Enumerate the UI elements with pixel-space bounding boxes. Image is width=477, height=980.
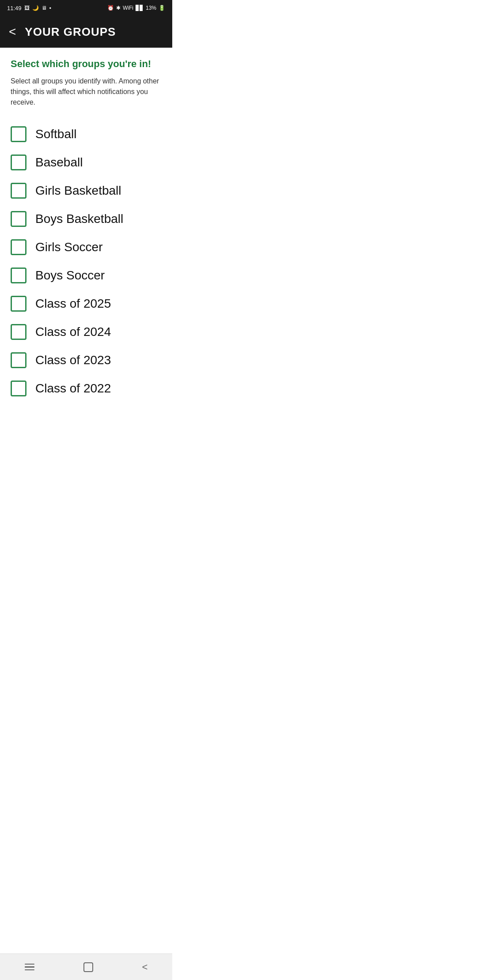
group-item-class-2024[interactable]: Class of 2024 xyxy=(11,318,162,346)
group-label-class-2022: Class of 2022 xyxy=(35,381,111,396)
checkbox-class-2023[interactable] xyxy=(11,352,26,368)
checkbox-girls-soccer[interactable] xyxy=(11,239,26,255)
content-area: Select which groups you're in! Select al… xyxy=(0,48,172,420)
group-item-baseball[interactable]: Baseball xyxy=(11,148,162,177)
group-label-boys-soccer: Boys Soccer xyxy=(35,268,105,283)
group-item-softball[interactable]: Softball xyxy=(11,120,162,148)
bluetooth-icon: ✱ xyxy=(116,5,121,11)
group-label-softball: Softball xyxy=(35,127,76,141)
battery-display: 13% xyxy=(146,5,156,11)
screen-icon: 🖥 xyxy=(42,5,47,11)
checkbox-class-2024[interactable] xyxy=(11,324,26,340)
alarm-icon: ⏰ xyxy=(107,5,114,11)
status-bar: 11:49 🖼 🌙 🖥 • ⏰ ✱ WiFi ▊▊ 13% 🔋 xyxy=(0,0,172,16)
battery-icon: 🔋 xyxy=(159,5,165,11)
group-item-class-2025[interactable]: Class of 2025 xyxy=(11,290,162,318)
group-label-class-2025: Class of 2025 xyxy=(35,297,111,311)
dot-indicator: • xyxy=(49,5,52,11)
group-label-class-2023: Class of 2023 xyxy=(35,353,111,367)
checkbox-boys-soccer[interactable] xyxy=(11,268,26,283)
wifi-icon: WiFi xyxy=(123,5,133,11)
group-item-class-2022[interactable]: Class of 2022 xyxy=(11,374,162,403)
group-label-baseball: Baseball xyxy=(35,155,83,170)
moon-icon: 🌙 xyxy=(32,5,39,11)
page-title: YOUR GROUPS xyxy=(25,25,116,39)
group-item-boys-soccer[interactable]: Boys Soccer xyxy=(11,261,162,290)
header: < YOUR GROUPS xyxy=(0,16,172,48)
group-label-girls-basketball: Girls Basketball xyxy=(35,184,121,198)
status-icons: ⏰ ✱ WiFi ▊▊ 13% 🔋 xyxy=(107,5,165,11)
status-time: 11:49 🖼 🌙 🖥 • xyxy=(7,5,51,11)
checkbox-class-2025[interactable] xyxy=(11,296,26,312)
back-arrow-icon: < xyxy=(9,25,16,38)
checkbox-baseball[interactable] xyxy=(11,155,26,170)
checkbox-girls-basketball[interactable] xyxy=(11,183,26,199)
group-item-boys-basketball[interactable]: Boys Basketball xyxy=(11,205,162,233)
signal-icon: ▊▊ xyxy=(136,5,144,11)
photo-icon: 🖼 xyxy=(24,5,30,11)
group-list: SoftballBaseballGirls BasketballBoys Bas… xyxy=(11,120,162,403)
group-item-girls-soccer[interactable]: Girls Soccer xyxy=(11,233,162,261)
group-label-girls-soccer: Girls Soccer xyxy=(35,240,102,254)
checkbox-softball[interactable] xyxy=(11,126,26,142)
time-display: 11:49 xyxy=(7,5,22,11)
group-label-class-2024: Class of 2024 xyxy=(35,325,111,339)
checkbox-boys-basketball[interactable] xyxy=(11,211,26,227)
section-description: Select all groups you identify with. Amo… xyxy=(11,76,162,108)
section-title: Select which groups you're in! xyxy=(11,58,162,70)
group-item-class-2023[interactable]: Class of 2023 xyxy=(11,346,162,374)
checkbox-class-2022[interactable] xyxy=(11,381,26,396)
group-label-boys-basketball: Boys Basketball xyxy=(35,212,123,226)
back-button[interactable]: < xyxy=(9,26,16,38)
group-item-girls-basketball[interactable]: Girls Basketball xyxy=(11,177,162,205)
